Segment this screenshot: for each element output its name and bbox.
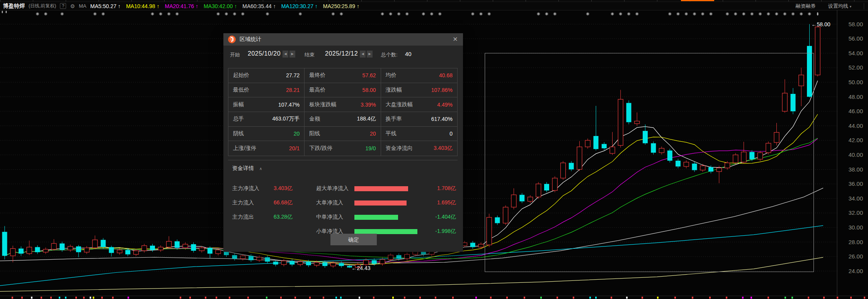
candle-up	[68, 245, 73, 252]
price-annotation: ←24.43	[352, 265, 371, 271]
stat-value: 617.40%	[431, 116, 453, 122]
fund-label: 主力流出	[232, 214, 254, 221]
candle-up	[51, 239, 56, 251]
fund-flow-label-中单净流入: 中单净流入	[316, 214, 343, 221]
candle-up	[528, 195, 533, 203]
candle-down	[232, 253, 237, 261]
fund-flow-value: 1.695亿	[437, 199, 456, 206]
axis-label-58.00: 58.00	[848, 21, 863, 27]
fund-flow-value: -1.998亿	[435, 228, 456, 235]
axis-label-52.00: 52.00	[848, 64, 863, 71]
candle-up	[503, 206, 508, 225]
candle-up	[43, 248, 48, 254]
axis-label-32.00: 32.00	[848, 209, 863, 216]
candle-up	[741, 142, 746, 163]
funds-detail-header[interactable]: 资金详情 ∧	[232, 165, 262, 172]
start-date-prev-button[interactable]: ◀	[283, 51, 288, 58]
candle-down	[208, 246, 213, 258]
axis-label-50.00: 50.00	[848, 79, 863, 85]
stat-value: 107.86%	[431, 87, 453, 93]
candle-down	[667, 149, 672, 163]
close-icon[interactable]: ✕	[451, 36, 459, 43]
candle-up	[536, 182, 541, 199]
candle-up	[298, 260, 303, 267]
end-date-next-button[interactable]: ▶	[367, 51, 373, 58]
end-date-value[interactable]: 2025/12/12	[325, 50, 358, 57]
stat-cell-阳线: 阳线20	[305, 127, 381, 141]
candle-up	[733, 153, 738, 165]
axis-label-42.00: 42.00	[848, 137, 863, 143]
stat-value: 40.68	[439, 72, 453, 78]
candle-down	[397, 253, 402, 261]
candle-down	[519, 193, 524, 203]
start-date-next-button[interactable]: ▶	[289, 51, 295, 58]
fund-row-主力净流入: 主力净流入3.403亿	[232, 185, 293, 193]
candle-up	[27, 241, 32, 255]
stat-label: 总手	[233, 116, 244, 122]
stat-label: 金额	[309, 116, 320, 122]
dialog-header[interactable]: 区域统计 ✕	[223, 33, 463, 46]
candle-down	[807, 24, 812, 98]
fund-flow-value: 1.708亿	[437, 185, 456, 192]
candle-up	[405, 253, 410, 261]
candle-down	[101, 238, 106, 249]
candle-up	[84, 246, 89, 254]
candle-up	[167, 236, 172, 248]
confirm-button[interactable]: 确定	[330, 234, 377, 245]
region-statistics-dialog: 区域统计 ✕ 开始 2025/10/20 ◀ ▶ 结束 2025/12/12 ◀…	[223, 33, 463, 252]
end-date-prev-button[interactable]: ◀	[360, 51, 366, 58]
updown-arrow-icon	[5, 11, 7, 14]
candle-down	[109, 246, 114, 257]
ma250-line	[0, 257, 823, 291]
candle-down	[569, 161, 574, 171]
stat-label: 大盘涨跌幅	[386, 101, 413, 108]
stat-value: 4.49%	[437, 102, 453, 108]
axis-label-40.00: 40.00	[848, 151, 863, 158]
candle-up	[577, 141, 582, 171]
axis-label-48.00: 48.00	[848, 93, 863, 100]
candle-up	[610, 132, 615, 155]
stat-value: 20	[294, 131, 300, 137]
stat-cell-板块涨跌幅: 板块涨跌幅3.39%	[305, 97, 381, 112]
start-date-label: 开始	[230, 51, 240, 58]
candle-up	[92, 236, 97, 250]
stat-value: 0	[449, 131, 453, 137]
region-selection-box[interactable]	[485, 53, 814, 272]
stat-label: 阴线	[233, 130, 244, 137]
candle-up	[281, 259, 286, 267]
candle-down	[150, 244, 155, 252]
candle-up	[815, 25, 820, 76]
candle-up	[142, 244, 147, 253]
fund-flow-label-超大单净流入: 超大单净流入	[316, 185, 349, 192]
stat-value: 57.62	[363, 72, 376, 78]
candle-up	[511, 188, 516, 209]
start-date-value[interactable]: 2025/10/20	[248, 50, 281, 57]
statistics-table: 起始价27.72最终价57.62均价40.68最低价28.21最高价58.00涨…	[228, 68, 458, 156]
dialog-title: 区域统计	[240, 36, 261, 43]
candle-down	[544, 182, 549, 192]
stat-cell-资金净流向: 资金净流向3.403亿	[381, 141, 457, 156]
stat-value: 27.72	[286, 72, 300, 78]
candle-up	[782, 79, 787, 112]
candle-down	[692, 162, 697, 172]
date-range-row: 开始 2025/10/20 ◀ ▶ 结束 2025/12/12 ◀ ▶ 总个数:…	[223, 49, 463, 60]
candle-up	[659, 146, 664, 155]
candle-up	[561, 161, 566, 180]
stat-cell-最低价: 最低价28.21	[228, 83, 305, 98]
stat-label: 最低价	[233, 87, 249, 93]
fund-flow-value: -1.404亿	[435, 214, 456, 221]
candle-up	[134, 249, 139, 256]
stat-cell-上涨/涨停: 上涨/涨停20/1	[228, 141, 305, 156]
stat-cell-涨跌幅: 涨跌幅107.86%	[381, 83, 457, 98]
stat-value: 107.47%	[278, 102, 300, 108]
axis-label-28.00: 28.00	[848, 239, 863, 245]
candle-up	[585, 139, 590, 149]
axis-label-26.00: 26.00	[848, 253, 863, 260]
stat-value: 20	[370, 131, 376, 137]
candle-down	[19, 246, 24, 256]
candle-down	[35, 245, 40, 254]
stat-cell-均价: 均价40.68	[381, 68, 457, 83]
axis-label-44.00: 44.00	[848, 122, 863, 129]
stat-cell-起始价: 起始价27.72	[228, 68, 305, 83]
stat-label: 涨跌幅	[386, 87, 402, 93]
